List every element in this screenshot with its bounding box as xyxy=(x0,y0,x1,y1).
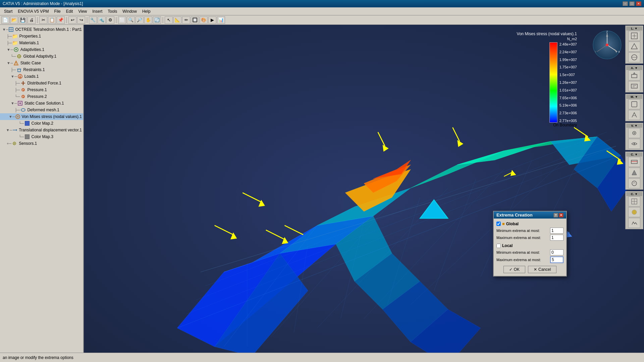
tb-L-btn3[interactable] xyxy=(628,52,640,62)
svg-rect-107 xyxy=(632,102,637,107)
tree-item-restraints[interactable]: ├─ Restraints.1 xyxy=(0,66,83,73)
tb-copy[interactable]: 📋 xyxy=(48,16,56,24)
menu-start[interactable]: Start xyxy=(1,8,15,14)
extrema-global-max-input[interactable] xyxy=(550,235,564,241)
tb-select[interactable]: ↖ xyxy=(165,16,173,24)
tree-item-sensors[interactable]: + ─ Sensors.1 xyxy=(0,140,83,147)
tb-M-btn2[interactable] xyxy=(628,110,640,120)
tb-group-A-label: A. ▼ xyxy=(626,66,642,70)
svg-point-26 xyxy=(21,109,25,111)
tb-pan[interactable]: ✋ xyxy=(144,16,152,24)
extrema-local-max-input[interactable] xyxy=(550,256,564,263)
extrema-local-min-input[interactable] xyxy=(550,249,564,255)
tb-C2-btn3[interactable] xyxy=(628,218,640,228)
svg-text:Z: Z xyxy=(606,30,608,33)
tree-item-properties[interactable]: ├─ 📁 Properties.1 xyxy=(0,33,83,40)
tree-item-pressure2[interactable]: └─ P Pressure.2 xyxy=(0,93,83,100)
tb-redo[interactable]: ↪ xyxy=(77,16,85,24)
tree-item-octree[interactable]: ▼ ─ OCTREE Tetrahedron Mesh.1 : Part1 xyxy=(0,26,83,33)
tree-panel: ▼ ─ OCTREE Tetrahedron Mesh.1 : Part1 ├─… xyxy=(0,25,84,353)
menu-edit[interactable]: Edit xyxy=(63,8,76,14)
tree-item-materials[interactable]: ├─ 📁 Materials.1 xyxy=(0,40,83,46)
tree-item-static-case[interactable]: ▼ ─ Static Case xyxy=(0,60,83,66)
tb-rotate[interactable]: 🔄 xyxy=(153,16,161,24)
loads-icon xyxy=(17,73,23,79)
tb-open[interactable]: 📂 xyxy=(10,16,18,24)
tree-item-deformed[interactable]: ├─ Deformed mesh.1 xyxy=(0,107,83,113)
tree-item-static-solution[interactable]: ▼ ─ Static Case Solution.1 xyxy=(0,100,83,107)
tb-annotate[interactable]: ✏ xyxy=(182,16,190,24)
maximize-button[interactable]: □ xyxy=(629,1,635,6)
colorbar-gradient xyxy=(549,42,557,123)
tree-item-distributed-force[interactable]: ├─ Distributed Force.1 xyxy=(0,80,83,86)
tb-settings[interactable]: ⚙ xyxy=(106,16,114,24)
extrema-cancel-button[interactable]: ✕ Cancel xyxy=(528,266,556,273)
menu-window[interactable]: Window xyxy=(120,8,140,14)
tb-print[interactable]: 🖨 xyxy=(28,16,36,24)
tb-C2-btn1[interactable] xyxy=(628,196,640,206)
tree-item-loads[interactable]: ▼ ─ Loads.1 xyxy=(0,73,83,80)
cancel-button-label: Cancel xyxy=(538,267,551,272)
tb-render[interactable]: 🎨 xyxy=(200,16,208,24)
colorbar-val-10: 2.77e+005 xyxy=(559,119,577,123)
tb-C1-btn1[interactable] xyxy=(628,157,640,167)
minimize-button[interactable]: − xyxy=(623,1,628,6)
viewport[interactable]: Z X Y Von Mises stress (nodal values).1 … xyxy=(84,25,644,353)
extrema-ok-button[interactable]: ✓ OK xyxy=(503,266,525,273)
menu-help[interactable]: Help xyxy=(140,8,153,14)
menu-enovia[interactable]: ENOVIA V5 VPM xyxy=(15,8,51,14)
tb-group-M: M. ▼ xyxy=(625,94,643,121)
extrema-close-button[interactable]: ✕ xyxy=(559,213,564,218)
status-bar: an image or modify the extrema options xyxy=(0,353,644,362)
tree-item-colormap2[interactable]: └─ Color Map.2 xyxy=(0,120,83,127)
tb-V-btn1[interactable] xyxy=(628,128,640,138)
extrema-global-checkbox[interactable] xyxy=(496,222,501,226)
tb-zoom-fit[interactable]: ⬜ xyxy=(118,16,126,24)
svg-rect-112 xyxy=(631,160,637,164)
close-button[interactable]: ✕ xyxy=(636,1,641,6)
tb-clipping[interactable]: 🔲 xyxy=(191,16,199,24)
tb-paste[interactable]: 📌 xyxy=(57,16,65,24)
colormap2-icon xyxy=(24,120,30,126)
menu-insert[interactable]: Insert xyxy=(90,8,105,14)
tb-A-btn1[interactable] xyxy=(628,70,640,80)
menu-tools[interactable]: Tools xyxy=(105,8,120,14)
tree-label-materials: Materials.1 xyxy=(19,41,39,45)
tb-measure[interactable]: 📐 xyxy=(173,16,181,24)
tree-item-adaptivities[interactable]: ▼ ─ Adaptivities.1 xyxy=(0,46,83,53)
extrema-help-button[interactable]: ? xyxy=(553,213,558,218)
menu-view[interactable]: View xyxy=(75,8,90,14)
tb-C1-btn3[interactable] xyxy=(628,178,640,188)
tb-group-C1-label: C. ▼ xyxy=(626,153,642,157)
tb-A-btn2[interactable] xyxy=(628,81,640,91)
menu-file[interactable]: File xyxy=(51,8,63,14)
extrema-global-min-input[interactable] xyxy=(550,228,564,234)
tb-results[interactable]: 📊 xyxy=(217,16,225,24)
tree-item-translational[interactable]: ▼ ─ Translational displacement vector.1 xyxy=(0,127,83,133)
tb-zoom-in[interactable]: 🔍 xyxy=(127,16,135,24)
tb-M-btn1[interactable] xyxy=(628,99,640,109)
colorbar: Von Mises stress (nodal values).1 N_m2 2… xyxy=(517,32,577,127)
tb-C2-btn2[interactable] xyxy=(628,207,640,217)
tb-zoom-out[interactable]: 🔎 xyxy=(136,16,144,24)
main-area: ▼ ─ OCTREE Tetrahedron Mesh.1 : Part1 ├─… xyxy=(0,25,644,353)
tree-item-vonmises[interactable]: ▼ ─ Von Mises stress (nodal values).1 xyxy=(0,113,83,120)
tb-L-btn1[interactable] xyxy=(628,31,640,41)
tb-save[interactable]: 💾 xyxy=(19,16,27,24)
tb-group-A: A. ▼ xyxy=(625,65,643,93)
tb-V-btn2[interactable] xyxy=(628,139,640,149)
tree-item-colormap3[interactable]: └─ Color Map.3 xyxy=(0,133,83,140)
tb-calc[interactable]: ▶ xyxy=(208,16,216,24)
tb-undo[interactable]: ↩ xyxy=(68,16,76,24)
extrema-local-checkbox[interactable] xyxy=(496,244,501,248)
global-adaptivity-icon xyxy=(16,53,22,59)
tb-L-btn2[interactable] xyxy=(628,42,640,52)
tree-item-global-adaptivity[interactable]: └─ Global Adaptivity.1 xyxy=(0,53,83,60)
tb-C1-btn2[interactable] xyxy=(628,168,640,178)
colorbar-unit: N_m2 xyxy=(567,37,577,41)
tb-analysis[interactable]: 🔧 xyxy=(89,16,97,24)
tb-new[interactable]: 📄 xyxy=(1,16,9,24)
tb-cut[interactable]: ✂ xyxy=(39,16,47,24)
tb-mesh[interactable]: 🔩 xyxy=(98,16,106,24)
tree-item-pressure1[interactable]: ├─ P Pressure.1 xyxy=(0,86,83,93)
